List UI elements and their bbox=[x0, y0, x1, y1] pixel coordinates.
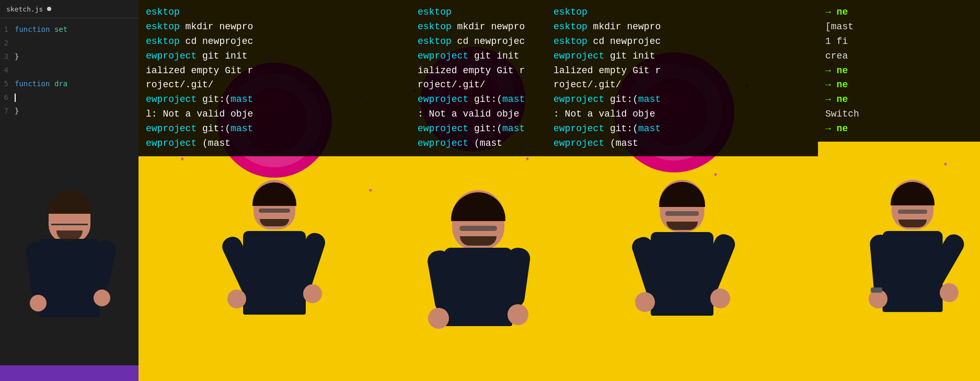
hand-right bbox=[710, 288, 730, 308]
terminal-line: lalized empty Git r bbox=[554, 64, 811, 78]
terminal-line-arrow-1: → ne bbox=[825, 5, 973, 20]
code-content: function dra bbox=[15, 79, 67, 88]
code-line-1: 1 function set bbox=[0, 22, 139, 36]
presenter-video-5 bbox=[845, 180, 980, 368]
terminal-line: : Not a valid obje bbox=[418, 107, 539, 122]
line-number: 7 bbox=[0, 107, 15, 115]
code-line-6: 6 bbox=[0, 90, 139, 104]
beard bbox=[898, 220, 927, 227]
hair-large bbox=[451, 192, 505, 221]
terminal-line-arrow-2: → ne bbox=[825, 64, 973, 78]
editor-tab[interactable]: sketch.js bbox=[0, 0, 139, 18]
beard-large bbox=[460, 236, 497, 246]
terminal-line: ewproject (mast bbox=[418, 136, 539, 151]
line-number: 1 bbox=[0, 25, 15, 33]
beard bbox=[260, 219, 289, 226]
terminal-line: esktop mkdir newpro bbox=[146, 20, 403, 34]
code-line-2: 2 bbox=[0, 36, 139, 50]
line-number: 3 bbox=[0, 52, 15, 61]
person-hand-left bbox=[30, 295, 47, 311]
terminal-line: ewproject git:(mast bbox=[146, 93, 403, 107]
code-content bbox=[15, 93, 16, 102]
star-decoration bbox=[368, 188, 373, 192]
person-hand-right bbox=[94, 290, 110, 306]
line-number: 6 bbox=[0, 93, 15, 101]
terminal-line: roject/.git/ bbox=[554, 78, 811, 93]
terminal-line: ewproject git init bbox=[554, 49, 811, 64]
editor-status-bar bbox=[0, 365, 139, 381]
terminal-line: ewproject git init bbox=[146, 49, 403, 64]
code-line-4: 4 bbox=[0, 63, 139, 77]
hand-left bbox=[635, 292, 655, 312]
terminal-line-file: 1 fi bbox=[825, 34, 973, 49]
code-content: function set bbox=[15, 25, 67, 33]
person-glasses bbox=[51, 219, 88, 225]
terminal-line: ialized empty Git r bbox=[146, 64, 403, 78]
code-line-7: 7 } bbox=[0, 104, 139, 118]
hand-right bbox=[303, 284, 322, 303]
terminal-text-overlay-3: esktop esktop mkdir newpro esktop cd new… bbox=[410, 0, 546, 156]
hand-left-large bbox=[428, 308, 449, 329]
terminal-line: ewproject git:(mast bbox=[554, 122, 811, 136]
beard bbox=[666, 222, 698, 230]
terminal-line: : Not a valid obje bbox=[554, 107, 811, 122]
terminal-text-overlay: esktop esktop mkdir newpro esktop cd new… bbox=[139, 0, 410, 156]
editor-panel: sketch.js 1 function set 2 3 } 4 5 funct… bbox=[0, 0, 139, 381]
person-hair bbox=[48, 190, 91, 214]
terminal-line-master: [mast bbox=[825, 20, 973, 34]
presenter-video-4 bbox=[604, 180, 760, 368]
terminal-line: ialized empty Git r bbox=[418, 64, 539, 78]
terminal-line: ewproject git:(mast bbox=[554, 93, 811, 107]
terminal-panel-4: esktop esktop mkdir newpro esktop cd new… bbox=[546, 0, 818, 381]
watch bbox=[871, 287, 882, 293]
terminal-line: l: Not a valid obje bbox=[146, 107, 403, 122]
hair bbox=[659, 182, 705, 207]
line-number: 2 bbox=[0, 39, 15, 47]
terminal-line: esktop mkdir newpro bbox=[554, 20, 811, 34]
hand-left bbox=[227, 290, 246, 308]
terminal-line: esktop cd newprojec bbox=[554, 34, 811, 49]
terminal-line: esktop bbox=[418, 5, 539, 20]
presenter-video-1 bbox=[0, 188, 139, 365]
terminal-line-arrow-5: → ne bbox=[825, 122, 973, 136]
hair bbox=[891, 182, 935, 205]
terminal-text-overlay-5: → ne [mast 1 fi crea → ne → ne → ne Swit… bbox=[818, 0, 980, 142]
terminal-line: ewproject git:(mast bbox=[146, 122, 403, 136]
glasses bbox=[898, 210, 927, 214]
terminal-line: ewproject git:(mast bbox=[418, 122, 539, 136]
code-line-5: 5 function dra bbox=[0, 77, 139, 90]
code-line-3: 3 } bbox=[0, 50, 139, 63]
presenter-closeup bbox=[421, 190, 536, 368]
presenter-video-2 bbox=[201, 180, 348, 368]
terminal-line: esktop mkdir newpro bbox=[418, 20, 539, 34]
code-content: } bbox=[15, 107, 19, 115]
terminal-line: esktop cd newprojec bbox=[146, 34, 403, 49]
terminal-line: roject/.git/ bbox=[418, 78, 539, 93]
glasses-frame bbox=[259, 209, 290, 213]
terminal-panel-3: esktop esktop mkdir newpro esktop cd new… bbox=[410, 0, 546, 381]
tab-filename: sketch.js bbox=[6, 5, 43, 13]
terminal-line-arrow-4: → ne bbox=[825, 93, 973, 107]
line-number: 4 bbox=[0, 66, 15, 74]
terminal-panel-2: esktop esktop mkdir newpro esktop cd new… bbox=[139, 0, 410, 381]
terminal-line: ewproject (mast bbox=[554, 136, 811, 151]
line-number: 5 bbox=[0, 79, 15, 88]
terminal-line: esktop bbox=[554, 5, 811, 20]
terminal-line: roject/.git/ bbox=[146, 78, 403, 93]
glasses-large bbox=[459, 226, 497, 231]
terminal-panel-5: → ne [mast 1 fi crea → ne → ne → ne Swit… bbox=[818, 0, 980, 381]
code-content: } bbox=[15, 52, 19, 61]
glasses bbox=[665, 211, 699, 216]
terminal-line: ewproject (mast bbox=[146, 136, 403, 151]
terminal-line-switch: Switch bbox=[825, 107, 973, 122]
hand-right bbox=[940, 283, 959, 302]
terminal-line: ewproject git:(mast bbox=[418, 93, 539, 107]
terminal-text-overlay-4: esktop esktop mkdir newpro esktop cd new… bbox=[546, 0, 818, 156]
star-decoration bbox=[180, 157, 185, 161]
hand-right-large bbox=[508, 304, 528, 325]
terminal-line-create: crea bbox=[825, 49, 973, 64]
terminal-line-arrow-3: → ne bbox=[825, 78, 973, 93]
terminal-line: esktop bbox=[146, 5, 403, 20]
terminal-line: esktop cd newprojec bbox=[418, 34, 539, 49]
terminal-line: ewproject git init bbox=[418, 49, 539, 64]
